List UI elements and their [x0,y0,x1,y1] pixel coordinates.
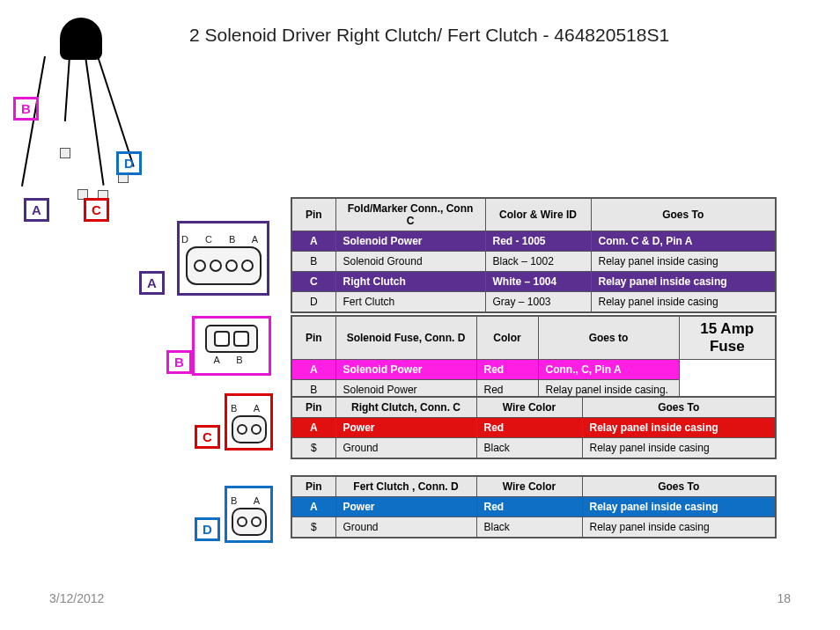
table-body: ASolenoid PowerRedConn., C, Pin ABSoleno… [291,360,776,401]
connector-d-diagram: B A [225,486,273,543]
th-goesto: Goes To [582,397,776,418]
connector-tag-d: D [195,517,220,541]
cell: Solenoid Power [335,360,476,380]
table-header-row: Pin Right Clutch, Conn. C Wire Color Goe… [291,397,776,418]
th-desc: Right Clutch, Conn. C [335,397,476,418]
harness-wire [21,56,46,187]
harness-plug-b [60,148,70,158]
table-row: BSolenoid GroundBlack – 1002Relay panel … [291,252,776,272]
th-pin: Pin [291,476,335,497]
connector-tag-c: C [195,425,220,449]
table-body: APowerRedRelay panel inside casing$Groun… [291,418,776,459]
cell: B [291,252,335,272]
cell: Black – 1002 [485,252,591,272]
socket-round2-icon [232,508,267,536]
th-desc: Fert Clutch , Conn. D [335,476,476,497]
table-header-row: Pin Solenoid Fuse, Conn. D Color Goes to… [291,316,776,360]
cell: Relay panel inside casing [582,517,776,538]
cell: C [291,272,335,292]
table-row: CRight ClutchWhite – 1004Relay panel ins… [291,272,776,292]
th-goesto: Goes to [538,316,679,360]
harness-wire [97,56,135,167]
cell: Red - 1005 [485,231,591,252]
socket-round2-icon [232,415,267,443]
table-row: DFert ClutchGray – 1003Relay panel insid… [291,292,776,313]
cell: Relay panel inside casing [582,418,776,438]
th-goesto: Goes To [582,476,776,497]
callout-d: D [116,151,142,175]
cell: Gray – 1003 [485,292,591,313]
cell: Red [476,497,582,517]
connector-c-pins: B A [231,401,267,415]
table-row: $GroundBlackRelay panel inside casing [291,517,776,538]
table-row: ASolenoid PowerRedConn., C, Pin A [291,360,776,380]
th-desc: Solenoid Fuse, Conn. D [335,316,476,360]
cell: White – 1004 [485,272,591,292]
harness-cap [60,18,102,60]
connector-c-diagram: B A [225,393,273,451]
cell: A [291,418,335,438]
table-body: APowerRedRelay panel inside casing$Groun… [291,497,776,538]
cell: A [291,231,335,252]
th-color: Color & Wire ID [485,198,591,231]
table-connector-c: Pin Right Clutch, Conn. C Wire Color Goe… [291,396,777,459]
cell: $ [291,517,335,538]
cell: Solenoid Ground [335,252,485,272]
footer-date: 3/12/2012 [49,591,104,605]
callout-a: A [24,198,49,222]
connector-a-pins: D C B A [181,232,265,246]
table-row: ASolenoid PowerRed - 1005Conn. C & D, Pi… [291,231,776,252]
socket-4pin-icon [186,246,262,285]
th-goesto: Goes To [591,198,776,231]
th-color: Wire Color [476,476,582,497]
connector-tag-a: A [139,271,165,295]
cell: Black [476,517,582,538]
th-desc: Fold/Marker Conn., Conn C [335,198,485,231]
footer-page-number: 18 [777,591,791,605]
callout-c: C [84,198,109,222]
connector-b-diagram: A B [192,316,271,376]
cell: Ground [335,438,476,459]
harness-wire [64,56,70,121]
cell: Red [476,418,582,438]
socket-2pin-icon [205,325,258,353]
harness-wire [85,56,105,186]
table-connector-b: Pin Solenoid Fuse, Conn. D Color Goes to… [291,315,777,401]
cell: A [291,497,335,517]
table-row: $GroundBlackRelay panel inside casing [291,438,776,459]
cell: Right Clutch [335,272,485,292]
table-header-row: Pin Fold/Marker Conn., Conn C Color & Wi… [291,198,776,231]
cell: D [291,292,335,313]
th-pin: Pin [291,198,335,231]
cell: Power [335,418,476,438]
th-color: Color [476,316,538,360]
connector-tag-b: B [166,350,192,374]
cell: Fert Clutch [335,292,485,313]
harness-diagram [33,18,130,211]
cell: Relay panel inside casing [591,292,776,313]
table-body: ASolenoid PowerRed - 1005Conn. C & D, Pi… [291,231,776,313]
connector-b-pins: A B [213,353,249,367]
connector-d-pins: B A [231,494,267,508]
cell: Black [476,438,582,459]
cell: Conn., C, Pin A [538,360,679,380]
table-connector-d: Pin Fert Clutch , Conn. D Wire Color Goe… [291,475,777,538]
cell: $ [291,438,335,459]
cell: Relay panel inside casing [591,272,776,292]
th-color: Wire Color [476,397,582,418]
cell: Red [476,360,538,380]
connector-a-diagram: D C B A [177,221,269,296]
th-pin: Pin [291,397,335,418]
cell: Solenoid Power [335,231,485,252]
fuse-label: 15 Amp Fuse [679,316,776,360]
cell: Relay panel inside casing [582,438,776,459]
th-pin: Pin [291,316,335,360]
cell: Power [335,497,476,517]
table-header-row: Pin Fert Clutch , Conn. D Wire Color Goe… [291,476,776,497]
cell: Relay panel inside casing [591,252,776,272]
callout-b: B [13,97,39,121]
cell: Conn. C & D, Pin A [591,231,776,252]
cell: Ground [335,517,476,538]
page-title: 2 Solenoid Driver Right Clutch/ Fert Clu… [189,25,669,46]
cell: Relay panel inside casing [582,497,776,517]
